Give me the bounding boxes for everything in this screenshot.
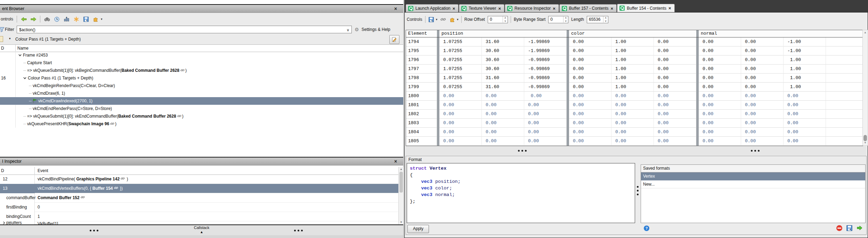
bookmark-asterisk-icon[interactable] xyxy=(73,16,79,22)
event-tree-row[interactable]: vkCmdDrawIndexed(2700, 1) xyxy=(0,97,403,105)
color-column-header[interactable]: color xyxy=(569,30,696,37)
resource-link[interactable]: Buffer 154 xyxy=(92,186,113,191)
column-group-separator[interactable] xyxy=(567,110,569,119)
editor-saved-splitter[interactable] xyxy=(637,186,639,195)
buffer-table-row[interactable]: 18040.000.000.000.000.000.000.000.000.00 xyxy=(406,128,863,137)
event-tree-row[interactable]: vkCmdBeginRenderPass(C=Clear, D=Clear) xyxy=(0,82,403,90)
bookmark-icon[interactable] xyxy=(0,36,3,42)
extensions-puzzle-icon[interactable] xyxy=(449,16,455,23)
saved-format-item[interactable]: New... xyxy=(641,180,865,188)
column-group-separator[interactable] xyxy=(437,119,439,128)
api-inspector-row[interactable]: 12vkCmdBindPipeline( Graphics Pipeline 1… xyxy=(0,175,398,184)
api-inspector-row[interactable]: bindingCount1 xyxy=(0,212,398,221)
resource-link[interactable]: Baked Command Buffer 2628 xyxy=(118,112,176,120)
api-inspector-row[interactable]: firstBinding0 xyxy=(0,203,398,212)
event-tree-row[interactable]: 16Colour Pass #1 (1 Targets + Depth) xyxy=(0,74,403,82)
extensions-puzzle-icon[interactable] xyxy=(92,16,99,22)
column-group-separator[interactable] xyxy=(567,101,569,110)
eid-column-header[interactable]: D xyxy=(0,167,35,175)
tab-buffer-154-contents[interactable]: Buffer 154 - Contents× xyxy=(617,4,674,12)
tab-close-icon[interactable]: × xyxy=(611,6,614,11)
format-code-editor[interactable]: struct Vertex{ vec3 position; vec3 color… xyxy=(407,163,635,223)
help-icon[interactable]: ? xyxy=(644,226,649,231)
column-group-separator[interactable] xyxy=(567,37,569,46)
spin-up-icon[interactable]: ∧ xyxy=(565,16,567,19)
column-group-separator[interactable] xyxy=(696,137,699,146)
save-icon[interactable] xyxy=(83,16,89,22)
column-group-separator[interactable] xyxy=(567,83,569,92)
scroll-up-icon[interactable]: ▲ xyxy=(399,167,404,171)
chevron-down-icon[interactable]: ▾ xyxy=(101,17,103,21)
column-group-separator[interactable] xyxy=(567,128,569,137)
column-group-separator[interactable] xyxy=(696,128,699,137)
column-group-separator[interactable] xyxy=(696,37,699,46)
buffer-table-row[interactable]: 18030.000.000.000.000.000.000.000.000.00 xyxy=(406,119,863,128)
spin-up-icon[interactable]: ∧ xyxy=(605,16,607,19)
column-group-separator[interactable] xyxy=(567,65,569,74)
column-group-separator[interactable] xyxy=(567,56,569,65)
chevron-down-icon[interactable]: ▾ xyxy=(436,18,438,21)
column-group-separator[interactable] xyxy=(437,92,439,101)
scroll-up-icon[interactable]: ▲ xyxy=(863,30,868,35)
buffer-table-row[interactable]: 18010.000.000.000.000.000.000.000.000.00 xyxy=(406,101,863,110)
column-group-separator[interactable] xyxy=(437,83,439,92)
delete-format-icon[interactable] xyxy=(836,225,842,231)
apply-button[interactable]: Apply xyxy=(407,225,429,233)
api-inspector-titlebar[interactable]: I Inspector × xyxy=(0,158,403,165)
chevron-down-icon[interactable]: ▾ xyxy=(457,18,459,21)
row-offset-spinbox[interactable]: 0 ∧∨ xyxy=(488,16,508,23)
eid-column-header[interactable]: D xyxy=(0,45,16,52)
event-tree-row[interactable]: vkCmdDraw(6, 1) xyxy=(0,90,403,97)
expander-down-icon[interactable] xyxy=(18,54,22,57)
splitter-grip[interactable] xyxy=(751,150,760,152)
settings-help-link[interactable]: Settings & Help xyxy=(362,27,390,32)
next-event-icon[interactable] xyxy=(30,16,36,22)
resource-link[interactable]: Command Buffer 152 xyxy=(38,195,80,200)
column-group-separator[interactable] xyxy=(696,119,699,128)
callstack-label[interactable]: Callstack xyxy=(0,226,403,230)
api-inspector-row[interactable]: pBuffersVkBuffer[1] xyxy=(0,221,398,224)
element-column-header[interactable]: Element xyxy=(406,30,437,37)
buffer-table-row[interactable]: 17960.0725530.60-0.998690.001.000.000.00… xyxy=(406,56,863,65)
buffer-table-row[interactable]: 17971.0725530.60-0.998690.001.000.000.00… xyxy=(406,65,863,74)
tab-launch-application[interactable]: Launch Application× xyxy=(406,4,459,12)
link-resource-icon[interactable] xyxy=(440,16,446,23)
saved-format-item[interactable]: Vertex xyxy=(641,172,865,180)
splitter-grip[interactable] xyxy=(294,230,303,231)
column-group-separator[interactable] xyxy=(696,101,699,110)
buffer-table-row[interactable]: 17941.0725531.60-1.998690.001.000.000.00… xyxy=(406,37,863,46)
column-group-separator[interactable] xyxy=(696,83,699,92)
api-inspector-scrollbar[interactable]: ▲ ▼ xyxy=(398,167,404,224)
normal-column-header[interactable]: normal xyxy=(699,30,826,37)
spin-down-icon[interactable]: ∨ xyxy=(605,19,607,23)
column-group-separator[interactable] xyxy=(567,92,569,101)
buffer-table-row[interactable]: 17951.0725530.60-1.998690.001.000.000.00… xyxy=(406,46,863,56)
column-group-separator[interactable] xyxy=(696,110,699,119)
event-tree-row[interactable]: => vkQueueSubmit(1)[0]: vkBeginCommandBu… xyxy=(0,67,403,74)
close-icon[interactable]: × xyxy=(393,5,398,13)
buffer-table-row[interactable]: 18000.000.00 0.000.000.000.000.000.000.0… xyxy=(406,92,863,101)
event-tree-row[interactable]: vkCmdEndRenderPass(C=Store, D=Store) xyxy=(0,105,403,112)
buffer-table-row[interactable]: 18050.000.000.000.000.000.000.000.000.00 xyxy=(406,137,863,146)
timing-clock-icon[interactable] xyxy=(54,16,60,22)
event-browser-titlebar[interactable]: ent Browser × xyxy=(0,5,403,13)
export-save-icon[interactable] xyxy=(428,16,435,23)
scrollbar-thumb[interactable] xyxy=(399,172,403,193)
column-group-separator[interactable] xyxy=(567,137,569,146)
column-group-separator[interactable] xyxy=(437,37,439,46)
tab-texture-viewer[interactable]: Texture Viewer× xyxy=(459,4,504,12)
table-format-splitter[interactable] xyxy=(406,146,867,155)
tab-close-icon[interactable]: × xyxy=(668,6,671,11)
column-group-separator[interactable] xyxy=(567,119,569,128)
resource-link[interactable]: Swapchain Image 96 xyxy=(68,120,109,128)
name-column-header[interactable]: Name xyxy=(16,45,403,52)
filter-input[interactable]: $action() ∨ xyxy=(17,26,352,33)
column-group-separator[interactable] xyxy=(696,65,699,74)
column-group-separator[interactable] xyxy=(437,110,439,119)
callstack-expand-icon[interactable]: ▲ xyxy=(0,230,403,234)
api-inspector-row[interactable]: 13vkCmdBindVertexBuffers(0, { Buffer 154… xyxy=(0,184,398,193)
byte-range-start-spinbox[interactable]: 0 ∧∨ xyxy=(548,16,568,23)
column-group-separator[interactable] xyxy=(437,30,439,37)
tab-close-icon[interactable]: × xyxy=(553,6,555,11)
close-icon[interactable]: × xyxy=(393,158,398,165)
